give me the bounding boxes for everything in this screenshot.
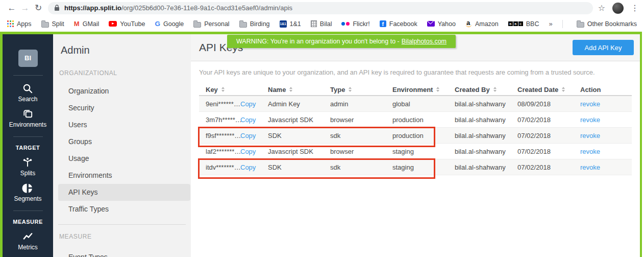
- search-icon: [22, 83, 34, 95]
- copy-link[interactable]: Copy: [240, 148, 256, 155]
- key-environment: production: [392, 132, 455, 139]
- reload-icon[interactable]: ↻: [32, 3, 45, 13]
- url-domain: https://app.split.io: [64, 4, 121, 12]
- bookmark-bbc[interactable]: BBC: [508, 20, 539, 28]
- bookmark-label: Google: [163, 20, 184, 28]
- bookmark-label: YouTube: [120, 20, 145, 28]
- other-bookmarks-label: Other Bookmarks: [587, 20, 637, 28]
- key-cell: f9sf*******…Copy: [199, 132, 268, 139]
- revoke-link[interactable]: revoke: [580, 132, 600, 139]
- copy-link[interactable]: Copy: [240, 100, 256, 108]
- column-header-key[interactable]: Key: [199, 86, 268, 94]
- bookmarks-overflow-icon[interactable]: »: [549, 20, 552, 28]
- nav-item-environments[interactable]: Environments: [58, 167, 190, 184]
- key-created-by: bilal.al-shahwany: [455, 163, 517, 171]
- bookmark-apps[interactable]: Apps: [7, 20, 32, 28]
- nav-item-traffic-types[interactable]: Traffic Types: [58, 201, 190, 218]
- rail-item-segments[interactable]: Segments: [3, 182, 53, 202]
- sort-icon[interactable]: [349, 87, 352, 92]
- address-bar[interactable]: https://app.split.io/org/025b6d00-7e36-1…: [48, 2, 593, 14]
- bookmarks-bar: Apps Split GMail YouTube Google Personal…: [0, 16, 644, 32]
- rail-item-search[interactable]: Search: [3, 83, 53, 103]
- nav-item-security[interactable]: Security: [58, 100, 190, 116]
- rail-item-label: Splits: [3, 170, 53, 177]
- revoke-link[interactable]: revoke: [580, 116, 600, 124]
- yahoo-icon: [427, 21, 435, 27]
- bookmark-yahoo[interactable]: Yahoo: [427, 20, 456, 28]
- nav-item-api-keys[interactable]: API Keys: [58, 184, 190, 201]
- admin-sidebar: Admin ORGANIZATIONAL Organization Securi…: [53, 34, 191, 257]
- nav-item-groups[interactable]: Groups: [58, 133, 190, 150]
- key-type: admin: [330, 100, 392, 108]
- table-row: laf2*******…Copy Javascript SDK browser …: [199, 144, 632, 159]
- key-type: sdk: [330, 163, 392, 171]
- column-header-type[interactable]: Type: [330, 86, 392, 94]
- bookmark-birding[interactable]: Birding: [239, 20, 270, 28]
- table-row: 3m7h*****…Copy Javascript SDK browser pr…: [199, 112, 632, 128]
- copy-link[interactable]: Copy: [240, 116, 256, 124]
- nav-item-usage[interactable]: Usage: [58, 150, 190, 167]
- sort-icon[interactable]: [562, 87, 565, 92]
- rail-divider: [13, 136, 43, 137]
- rail-item-label: Segments: [3, 195, 53, 202]
- sort-icon[interactable]: [221, 87, 225, 92]
- bookmark-1and1[interactable]: 1&1: [280, 20, 301, 28]
- nav-item-users[interactable]: Users: [58, 116, 190, 133]
- bookmark-flickr[interactable]: Flickr!: [341, 20, 369, 28]
- bookmark-label: Split: [52, 20, 64, 28]
- sort-icon[interactable]: [289, 87, 292, 92]
- key-created-by: bilal.al-shahwany: [455, 100, 517, 108]
- add-api-key-button[interactable]: Add API Key: [573, 40, 634, 55]
- revoke-link[interactable]: revoke: [580, 100, 600, 108]
- column-header-name[interactable]: Name: [268, 86, 330, 94]
- nav-item-event-types[interactable]: Event Types: [58, 249, 190, 257]
- sort-icon[interactable]: [493, 87, 497, 92]
- copy-link[interactable]: Copy: [240, 163, 256, 171]
- other-bookmarks[interactable]: Other Bookmarks: [577, 20, 637, 28]
- bookmark-gmail[interactable]: GMail: [74, 20, 100, 28]
- bookmark-amazon[interactable]: Amazon: [465, 20, 499, 28]
- copy-link[interactable]: Copy: [240, 132, 256, 139]
- key-type: browser: [330, 148, 392, 155]
- rail-section-target: TARGET: [3, 145, 53, 151]
- rail-item-splits[interactable]: Splits: [3, 157, 53, 177]
- nav-item-organization[interactable]: Organization: [58, 83, 190, 100]
- sort-icon[interactable]: [436, 87, 439, 92]
- column-header-environment[interactable]: Environment: [392, 86, 455, 94]
- 1and1-icon: [280, 20, 287, 28]
- bookmark-personal[interactable]: Personal: [193, 20, 229, 28]
- bookmark-label: Birding: [250, 20, 270, 28]
- api-key-masked: 3m7h*****…: [206, 116, 240, 124]
- key-created-by: bilal.al-shahwany: [455, 116, 517, 124]
- rail-item-metrics[interactable]: Metrics: [3, 231, 53, 251]
- bookmark-youtube[interactable]: YouTube: [109, 20, 145, 28]
- browser-menu-icon[interactable]: [631, 3, 639, 13]
- bookmark-split[interactable]: Split: [41, 20, 64, 28]
- rail-item-environments[interactable]: Environments: [3, 108, 53, 128]
- section-measure: MEASURE: [53, 233, 191, 240]
- bookmark-label: 1&1: [290, 20, 301, 28]
- org-avatar[interactable]: BI: [18, 50, 38, 67]
- bookmark-label: Yahoo: [438, 20, 456, 28]
- column-header-created-by[interactable]: Created By: [455, 86, 517, 94]
- key-created-date: 07/02/2018: [517, 148, 580, 155]
- bookmark-facebook[interactable]: Facebook: [380, 20, 417, 28]
- bookmark-bilal[interactable]: Bilal: [311, 20, 332, 28]
- revoke-link[interactable]: revoke: [580, 148, 600, 155]
- column-header-created-date[interactable]: Created Date: [517, 86, 580, 94]
- facebook-icon: [380, 20, 386, 27]
- warning-org-link[interactable]: Bilalphotos.com: [402, 38, 447, 45]
- bookmark-star-icon[interactable]: [598, 3, 605, 13]
- bookmark-google[interactable]: Google: [155, 20, 184, 28]
- revoke-link[interactable]: revoke: [580, 163, 600, 171]
- bookmark-label: Bilal: [320, 20, 332, 28]
- key-name: SDK: [268, 132, 330, 139]
- api-keys-description: Your API keys are unique to your organiz…: [199, 68, 632, 76]
- bookmark-label: Apps: [17, 20, 32, 28]
- back-icon[interactable]: ←: [5, 3, 18, 13]
- key-cell: itdv*******…Copy: [199, 163, 268, 171]
- folder-icon: [193, 22, 201, 28]
- rail-item-label: Metrics: [3, 244, 53, 251]
- forward-icon[interactable]: →: [18, 3, 32, 13]
- browser-profile-avatar[interactable]: [612, 3, 624, 14]
